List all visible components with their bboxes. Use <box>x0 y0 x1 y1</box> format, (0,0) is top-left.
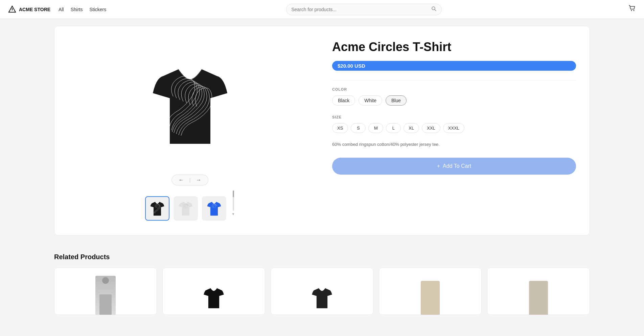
size-m[interactable]: M <box>368 123 383 133</box>
color-options: Black White Blue <box>332 95 576 106</box>
thumbnail-black[interactable] <box>145 196 169 221</box>
next-image-button[interactable]: → <box>194 177 203 183</box>
color-label: COLOR <box>332 87 576 91</box>
main-content: ← | → <box>0 19 644 253</box>
plus-icon: + <box>437 163 440 169</box>
search-bar <box>286 4 442 15</box>
thumbnail-list <box>145 196 226 221</box>
size-xxxl[interactable]: XXXL <box>443 123 464 133</box>
size-options: XS S M L XL XXL XXXL <box>332 123 576 133</box>
nav-item-shirts[interactable]: Shirts <box>71 5 83 14</box>
product-main-image <box>133 41 248 169</box>
size-l[interactable]: L <box>386 123 401 133</box>
color-white[interactable]: White <box>359 95 382 106</box>
logo[interactable]: ACME STORE <box>8 5 50 14</box>
product-title: Acme Circles T-Shirt <box>332 40 576 54</box>
scroll-down-arrow[interactable]: ▼ <box>232 212 235 216</box>
product-description: 60% combed ringspun cotton/40% polyester… <box>332 141 576 148</box>
size-label: SIZE <box>332 115 576 119</box>
size-xs[interactable]: XS <box>332 123 348 133</box>
scroll-indicator: ▼ <box>232 191 235 216</box>
divider-1 <box>332 80 576 81</box>
prev-image-button[interactable]: ← <box>177 177 185 183</box>
product-image-section: ← | → <box>68 40 312 222</box>
header: ACME STORE All Shirts Stickers <box>0 0 644 19</box>
svg-line-3 <box>435 9 436 11</box>
thumbnails-row: ▼ <box>145 185 235 221</box>
related-product-1[interactable] <box>54 268 157 315</box>
scroll-thumb <box>233 191 234 197</box>
brand-name: ACME STORE <box>19 7 50 12</box>
size-s[interactable]: S <box>351 123 366 133</box>
related-product-5[interactable] <box>487 268 590 315</box>
product-price: $20.00 USD <box>332 61 576 71</box>
size-xxl[interactable]: XXL <box>422 123 440 133</box>
thumbnail-white[interactable] <box>174 196 198 221</box>
cart-icon[interactable] <box>628 5 636 14</box>
related-product-3[interactable] <box>271 268 373 315</box>
size-xl[interactable]: XL <box>404 123 419 133</box>
add-to-cart-button[interactable]: + Add To Cart <box>332 158 576 175</box>
svg-point-5 <box>634 10 635 11</box>
related-products-title: Related Products <box>54 253 590 261</box>
search-input[interactable] <box>291 7 431 12</box>
color-black[interactable]: Black <box>332 95 355 106</box>
product-card: ← | → <box>54 26 590 236</box>
svg-point-4 <box>631 10 632 11</box>
color-blue[interactable]: Blue <box>386 95 407 106</box>
nav-item-all[interactable]: All <box>59 5 64 14</box>
related-product-4[interactable] <box>379 268 482 315</box>
related-product-2[interactable] <box>162 268 265 315</box>
related-products-section: Related Products <box>0 253 644 329</box>
scroll-track <box>233 191 234 211</box>
logo-icon <box>8 5 16 14</box>
related-products-grid <box>54 268 590 315</box>
main-nav: All Shirts Stickers <box>59 5 106 14</box>
nav-divider: | <box>189 177 191 183</box>
nav-item-stickers[interactable]: Stickers <box>89 5 106 14</box>
thumbnail-blue[interactable] <box>202 196 226 221</box>
add-to-cart-label: Add To Cart <box>443 163 471 169</box>
product-info-section: Acme Circles T-Shirt $20.00 USD COLOR Bl… <box>312 40 576 222</box>
image-navigation: ← | → <box>171 175 209 185</box>
search-icon <box>431 6 437 13</box>
product-tshirt-svg <box>146 56 234 154</box>
